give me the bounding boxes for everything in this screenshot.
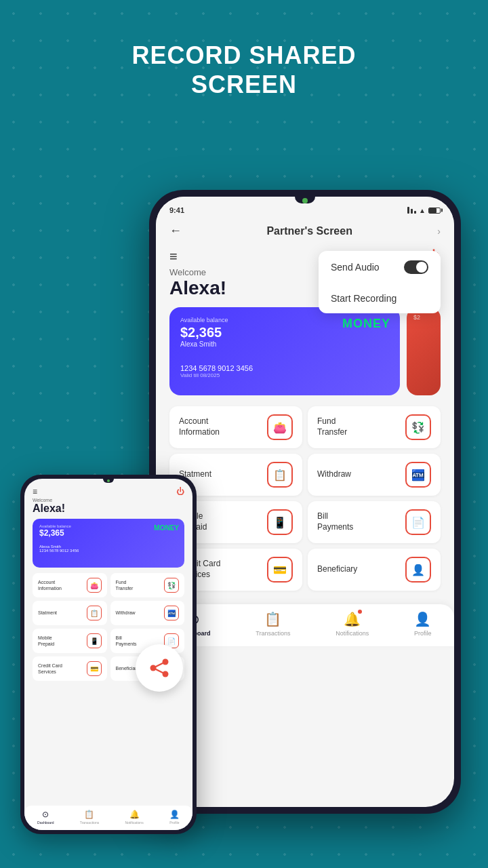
withdraw-icon: 🏧 <box>405 462 431 488</box>
small-dashboard-icon: ⊙ <box>42 810 49 819</box>
small-menu-statement[interactable]: Statment 📋 <box>33 601 107 625</box>
small-nav-dashboard[interactable]: ⊙ Dashboard <box>37 810 54 825</box>
small-welcome-text: Welcome <box>33 498 184 502</box>
transactions-label: Transactions <box>256 630 290 637</box>
menu-item-withdraw[interactable]: Withdraw 🏧 <box>308 454 441 496</box>
statement-icon: 📋 <box>267 462 293 488</box>
small-user-name: Alexa! <box>33 502 184 515</box>
small-notifications-icon: 🔔 <box>129 810 140 819</box>
small-profile-label: Profile <box>169 821 179 825</box>
menu-item-beneficiary[interactable]: Beneficiary 👤 <box>308 549 441 591</box>
start-recording-label: Start Recording <box>331 293 396 304</box>
card-name: Alexa Smith <box>180 340 389 348</box>
phone-camera <box>302 198 308 203</box>
share-button[interactable] <box>136 644 183 692</box>
small-fund-transfer-icon: 💱 <box>164 578 179 593</box>
notifications-label: Notifications <box>336 630 369 637</box>
status-time: 9:41 <box>169 206 184 214</box>
card-brand: MONEY <box>342 317 390 331</box>
transactions-icon: 📋 <box>264 611 281 627</box>
small-menu-icon[interactable]: ≡ <box>33 487 37 496</box>
small-menu-account-info[interactable]: AccountInformation 👛 <box>33 573 107 597</box>
page-title-line2: SCREEN <box>0 70 488 99</box>
small-credit-card-icon: 💳 <box>87 661 102 676</box>
menu-item-fund-transfer[interactable]: FundTransfer 💱 <box>308 406 441 448</box>
small-power-icon[interactable]: ⏻ <box>176 487 184 496</box>
wifi-icon: ▲ <box>419 207 426 214</box>
profile-icon: 👤 <box>414 611 431 627</box>
bottom-nav: ⊙ Dashboard 📋 Transactions 🔔 Notificatio… <box>156 604 454 646</box>
header-title: Partner's Screen <box>266 225 352 237</box>
nav-transactions[interactable]: 📋 Transactions <box>256 611 290 637</box>
back-button[interactable]: ← <box>169 224 182 238</box>
dropdown-arrow[interactable]: › <box>437 226 441 237</box>
beneficiary-icon: 👤 <box>405 557 431 583</box>
card-number: 1234 5678 9012 3456 <box>180 364 389 372</box>
signal-bar-1 <box>407 207 409 214</box>
card-valid: Valid till 08/2025 <box>180 372 389 378</box>
fund-transfer-icon: 💱 <box>405 414 431 440</box>
dropdown-item-send-audio[interactable]: Send Audio <box>319 251 441 283</box>
small-menu-fund-transfer[interactable]: FundTransfer 💱 <box>110 573 185 597</box>
page-title-section: RECORD SHARED SCREEN <box>0 41 488 99</box>
small-dashboard-label: Dashboard <box>37 821 54 825</box>
nav-profile[interactable]: 👤 Profile <box>414 611 432 637</box>
small-account-info-icon: 👛 <box>87 578 102 593</box>
main-card[interactable]: Available balance $2,365 MONEY Alexa Smi… <box>169 307 400 395</box>
account-info-icon: 👛 <box>267 414 293 440</box>
notification-badge <box>358 610 362 614</box>
menu-item-account-info[interactable]: AccountInformation 👛 <box>169 406 302 448</box>
svg-line-3 <box>153 662 165 668</box>
svg-line-4 <box>153 668 165 674</box>
small-menu-credit-card[interactable]: Credit CardServices 💳 <box>33 656 107 681</box>
mobile-prepaid-icon: 📱 <box>267 509 293 535</box>
small-menu-withdraw[interactable]: Withdraw 🏧 <box>110 601 185 625</box>
send-audio-label: Send Audio <box>331 262 380 273</box>
small-nav-notifications[interactable]: 🔔 Notifications <box>125 810 143 825</box>
small-bottom-nav: ⊙ Dashboard 📋 Transactions 🔔 Notificatio… <box>24 806 192 830</box>
dropdown-menu: Send Audio Start Recording <box>319 251 441 313</box>
toggle-switch[interactable] <box>404 260 428 274</box>
small-profile-icon: 👤 <box>169 810 180 819</box>
small-transactions-icon: 📋 <box>84 810 94 819</box>
credit-card-icon: 💳 <box>267 557 293 583</box>
menu-item-bill-payments[interactable]: BillPayments 📄 <box>308 501 441 543</box>
small-withdraw-icon: 🏧 <box>164 606 179 620</box>
menu-icon[interactable]: ≡ <box>169 249 178 264</box>
page-title-line1: RECORD SHARED <box>0 41 488 70</box>
small-menu-mobile-prepaid[interactable]: MobilePrepaid 📱 <box>33 629 107 653</box>
small-transactions-label: Transactions <box>80 821 99 825</box>
battery-icon <box>428 208 441 214</box>
app-header: ← Partner's Screen › <box>156 218 454 243</box>
signal-bar-2 <box>411 209 413 214</box>
small-nav-transactions[interactable]: 📋 Transactions <box>80 810 99 825</box>
grid-menu: AccountInformation 👛 FundTransfer 💱 Stat… <box>169 406 441 591</box>
small-statement-icon: 📋 <box>87 606 102 620</box>
small-nav-profile[interactable]: 👤 Profile <box>169 810 180 825</box>
nav-notifications[interactable]: 🔔 Notifications <box>336 611 369 637</box>
small-card-number: 1234 5678 9012 3456 <box>39 549 178 553</box>
dropdown-item-start-recording[interactable]: Start Recording <box>319 283 441 313</box>
bill-payments-icon: 📄 <box>405 509 431 535</box>
signal-bar-3 <box>414 211 416 214</box>
notifications-icon: 🔔 <box>344 612 361 627</box>
small-mobile-prepaid-icon: 📱 <box>87 633 102 648</box>
toggle-knob <box>416 262 427 273</box>
small-card-brand: MONEY <box>154 524 179 532</box>
small-phone-camera <box>107 479 110 482</box>
card-container: Available balance $2,365 MONEY Alexa Smi… <box>169 307 441 395</box>
profile-label: Profile <box>414 630 432 637</box>
secondary-card[interactable]: $2 <box>407 307 441 395</box>
share-icon <box>147 656 171 680</box>
small-notifications-label: Notifications <box>125 821 143 825</box>
status-icons: ▲ <box>407 207 441 214</box>
small-main-card[interactable]: Available balance $2,365 MONEY Alexa Smi… <box>33 519 184 568</box>
